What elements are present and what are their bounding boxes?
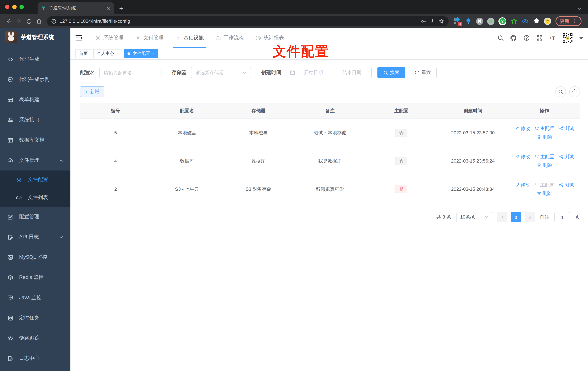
page-content: 文件配置 配置名 存储器 请选择存储器 创建时间: [70, 60, 588, 371]
command-extension-icon[interactable]: ⌘: [476, 18, 483, 25]
back-icon[interactable]: [4, 16, 14, 26]
delete-link[interactable]: 删除: [537, 162, 552, 169]
pinned-extension-icon[interactable]: 11: [454, 18, 461, 25]
page-size-select[interactable]: 10条/页: [456, 212, 492, 222]
tab-strip-chevron-icon[interactable]: [578, 7, 581, 11]
top-nav-workflow[interactable]: 工作流程: [210, 28, 250, 48]
goto-page-input-wrap: [554, 212, 570, 222]
config-name-input[interactable]: [104, 70, 157, 75]
sidebar-item-scheduled-tasks[interactable]: 定时任务: [0, 308, 70, 328]
reset-button[interactable]: 重置: [409, 67, 437, 78]
refresh-icon: [415, 70, 419, 75]
sidebar-item-tracing[interactable]: 链路追踪: [0, 328, 70, 348]
prev-page-button[interactable]: [497, 212, 507, 222]
range-separator: -: [332, 70, 334, 75]
site-info-icon[interactable]: [51, 19, 56, 24]
active-dot: [128, 52, 131, 55]
tag-home[interactable]: 首页: [75, 49, 91, 58]
close-icon[interactable]: ×: [152, 52, 155, 56]
new-tab-button[interactable]: +: [119, 3, 123, 14]
home-icon[interactable]: [34, 16, 44, 26]
github-icon[interactable]: [510, 34, 517, 41]
close-window-button[interactable]: [5, 5, 9, 9]
edit-square-icon: [7, 214, 13, 220]
puzzle-extension-icon[interactable]: [533, 18, 540, 25]
help-icon[interactable]: [523, 34, 530, 41]
sidebar-item-form-builder[interactable]: 表单构建: [0, 90, 70, 110]
search-button[interactable]: 搜索: [378, 67, 405, 78]
eye-extension-icon[interactable]: [522, 18, 529, 25]
date-range-picker[interactable]: 开始日期 - 结束日期: [286, 67, 372, 78]
address-bar[interactable]: 127.0.0.1:1024/infra/file/file-config: [47, 16, 449, 26]
cell-name: S3 - 七牛云: [151, 175, 223, 203]
trash-icon: [537, 191, 541, 196]
sidebar-item-file-management[interactable]: 文件管理: [0, 150, 70, 170]
sidebar-item-file-list[interactable]: 文件列表: [0, 189, 70, 207]
add-button[interactable]: + 新增: [80, 86, 104, 97]
edit-link[interactable]: 修改: [515, 125, 530, 132]
pencil-icon: [515, 126, 520, 131]
collapse-sidebar-icon[interactable]: [75, 34, 83, 42]
edit-link[interactable]: 修改: [515, 181, 530, 188]
test-link[interactable]: 测试: [558, 125, 574, 132]
sidebar-item-config-management[interactable]: 配置管理: [0, 207, 70, 227]
delete-link[interactable]: 删除: [537, 134, 552, 140]
bookmark-star-icon[interactable]: [439, 18, 444, 24]
sidebar-item-log-center[interactable]: 日志中心: [0, 348, 70, 369]
edit-link[interactable]: 修改: [515, 153, 530, 160]
sidebar-item-redis-monitor[interactable]: Redis 监控: [0, 267, 70, 287]
maximize-window-button[interactable]: [20, 5, 24, 9]
top-nav-label: 工作流程: [224, 35, 244, 41]
sidebar-item-file-config[interactable]: 文件配置: [0, 170, 70, 189]
browser-tab[interactable]: 芋道管理系统 ✕: [38, 2, 114, 14]
balloon-extension-icon[interactable]: [465, 18, 472, 25]
goto-page-input[interactable]: [557, 214, 568, 220]
fullscreen-icon[interactable]: [536, 34, 543, 41]
sidebar-item-java-monitor[interactable]: Java 监控: [0, 287, 70, 308]
sidebar-item-code-example[interactable]: 代码生成示例: [0, 69, 70, 90]
sidebar-item-mysql-monitor[interactable]: MySQL 监控: [0, 247, 70, 267]
top-nav-infrastructure[interactable]: 基础设施: [169, 28, 210, 48]
master-config-link[interactable]: 主配置: [534, 153, 554, 160]
star-extension-icon[interactable]: [510, 18, 518, 25]
page-size-value: 10条/页: [460, 214, 476, 220]
sidebar-logo-row[interactable]: 芋道管理系统: [0, 28, 70, 46]
tag-profile[interactable]: 个人中心 ×: [93, 49, 122, 58]
next-page-button[interactable]: [525, 212, 535, 222]
sidebar-item-code-generation[interactable]: 代码生成: [0, 49, 70, 69]
show-search-icon-button[interactable]: [555, 86, 566, 97]
close-icon[interactable]: ×: [116, 52, 119, 56]
minimize-window-button[interactable]: [12, 5, 17, 9]
avatar-dropdown-icon[interactable]: [579, 35, 583, 41]
user-avatar[interactable]: [562, 32, 573, 43]
search-icon[interactable]: [497, 34, 504, 41]
sidebar-item-db-doc[interactable]: 数据库文档: [0, 130, 70, 150]
test-link[interactable]: 测试: [558, 153, 574, 160]
delete-link[interactable]: 删除: [537, 190, 552, 197]
forward-icon[interactable]: [14, 16, 24, 26]
file-config-table: 编号 配置名 存储器 备注 主配置 创建时间 操作 5 本地磁盘 本地磁盘 测试…: [80, 103, 580, 203]
font-size-icon[interactable]: TT: [549, 34, 556, 41]
reload-icon[interactable]: [24, 16, 34, 26]
gray-circle-extension-icon[interactable]: [487, 18, 494, 25]
test-link[interactable]: 测试: [558, 181, 574, 188]
url-text: 127.0.0.1:1024/infra/file/file-config: [60, 18, 130, 24]
action-label: 测试: [564, 181, 574, 188]
top-nav-payment[interactable]: ¥ 支付管理: [129, 28, 169, 48]
password-key-icon[interactable]: [421, 18, 427, 24]
top-nav-system[interactable]: 系统管理: [89, 28, 129, 48]
storage-select[interactable]: 请选择存储器: [191, 67, 251, 78]
browser-menu-icon[interactable]: ⋮: [572, 18, 577, 24]
browser-update-button[interactable]: 更新 ⋮: [556, 16, 581, 26]
tag-file-config[interactable]: 文件配置 ×: [124, 49, 158, 58]
y-extension-icon[interactable]: Y: [498, 17, 506, 25]
tab-close-icon[interactable]: ✕: [106, 5, 111, 11]
share-icon[interactable]: [430, 18, 435, 24]
emoji-extension-icon[interactable]: ツ: [544, 18, 551, 25]
current-page[interactable]: 1: [511, 212, 521, 222]
master-config-link[interactable]: 主配置: [534, 125, 554, 132]
refresh-table-icon-button[interactable]: [569, 86, 580, 97]
sidebar-item-api-log[interactable]: API 日志: [0, 227, 70, 247]
top-nav: 系统管理 ¥ 支付管理 基础设施 工作流程: [89, 28, 290, 48]
sidebar-item-system-api[interactable]: 系统接口: [0, 110, 70, 130]
